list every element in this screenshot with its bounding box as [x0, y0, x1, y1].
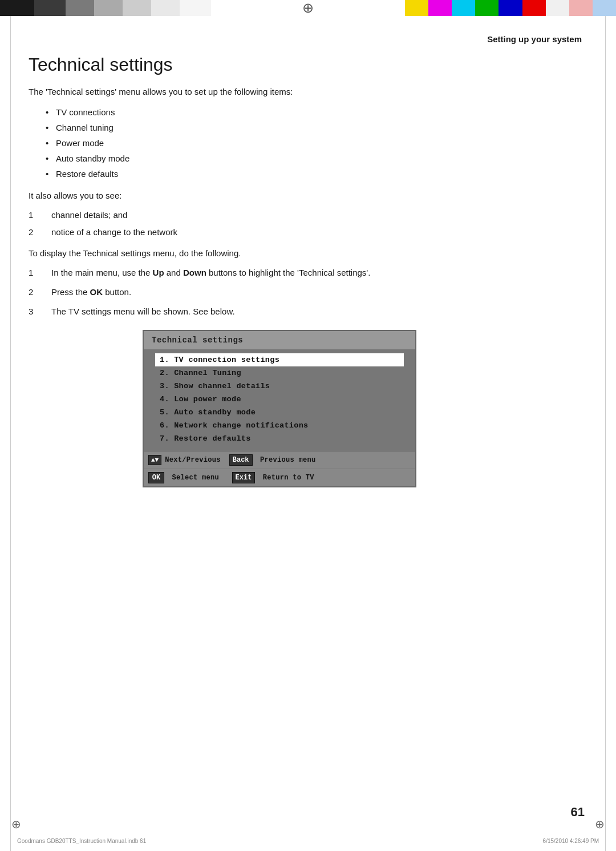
- swatch-black2: [34, 0, 66, 16]
- footer-ok-label: Select menu: [168, 474, 232, 482]
- swatch-magenta: [428, 0, 452, 16]
- menu-item-1: 1. TV connection settings: [155, 353, 404, 366]
- bottom-right-crosshair-icon: ⊕: [595, 817, 605, 831]
- menu-footer-row-2: OK Select menu Exit Return to TV: [144, 469, 415, 486]
- list-item: 1 In the main menu, use the Up and Down …: [29, 266, 587, 280]
- swatch-cyan: [452, 0, 475, 16]
- swatch-red: [522, 0, 546, 16]
- menu-footer: ▲▼ Next/Previous Back Previous menu OK S…: [144, 451, 415, 486]
- top-bar-left-swatches: [0, 0, 211, 16]
- swatch-green: [475, 0, 499, 16]
- list-item: 1 channel details; and: [29, 208, 587, 223]
- tv-menu-screenshot: Technical settings 1. TV connection sett…: [143, 330, 416, 487]
- menu-item-5: 5. Auto standby mode: [155, 406, 404, 419]
- footer-exit-label: Return to TV: [258, 474, 314, 482]
- bullet-list: TV connections Channel tuning Power mode…: [46, 104, 587, 182]
- bold-up: Up: [153, 268, 164, 277]
- instruction-intro: To display the Technical settings menu, …: [29, 247, 587, 260]
- list-item: 2 notice of a change to the network: [29, 225, 587, 240]
- left-border: [10, 0, 11, 851]
- footer-left-text: Goodmans GDB20TTS_Instruction Manual.ind…: [17, 838, 146, 844]
- menu-item-6: 6. Network change notifications: [155, 419, 404, 432]
- top-bar-right-swatches: [405, 0, 616, 16]
- list-item: 3 The TV settings menu will be shown. Se…: [29, 305, 587, 318]
- page-title: Technical settings: [29, 54, 587, 75]
- bold-ok: OK: [90, 287, 103, 297]
- swatch-white2: [180, 0, 211, 16]
- bottom-left-crosshair-icon: ⊕: [11, 817, 21, 831]
- list-item: Channel tuning: [46, 120, 587, 135]
- swatch-white1: [151, 0, 180, 16]
- arrows-button: ▲▼: [148, 455, 161, 465]
- menu-title-bar: Technical settings: [144, 331, 415, 350]
- footer-right-text: 6/15/2010 4:26:49 PM: [543, 838, 599, 844]
- menu-item-3: 3. Show channel details: [155, 380, 404, 393]
- top-bar-center: [211, 0, 405, 16]
- menu-item-7: 7. Restore defaults: [155, 432, 404, 445]
- ok-button: OK: [148, 472, 164, 483]
- swatch-yellow: [405, 0, 428, 16]
- instructions-list: 1 In the main menu, use the Up and Down …: [29, 266, 587, 318]
- section-title: Setting up your system: [487, 34, 582, 44]
- swatch-gray2: [94, 0, 123, 16]
- page-footer: Goodmans GDB20TTS_Instruction Manual.ind…: [0, 838, 616, 844]
- list-item: Power mode: [46, 135, 587, 151]
- swatch-gray3: [123, 0, 151, 16]
- swatch-pink: [569, 0, 593, 16]
- list-item: TV connections: [46, 104, 587, 120]
- list-item: Auto standby mode: [46, 151, 587, 166]
- also-see-text: It also allows you to see:: [29, 189, 587, 203]
- list-item: 2 Press the OK button.: [29, 285, 587, 299]
- swatch-black1: [0, 0, 34, 16]
- footer-back-label: Previous menu: [256, 456, 316, 464]
- menu-footer-row-1: ▲▼ Next/Previous Back Previous menu: [144, 451, 415, 469]
- numbered-list: 1 channel details; and 2 notice of a cha…: [29, 208, 587, 239]
- swatch-ltblue: [593, 0, 616, 16]
- list-item: Restore defaults: [46, 166, 587, 182]
- top-crosshair-icon: [300, 0, 316, 16]
- menu-item-2: 2. Channel Tuning: [155, 366, 404, 380]
- swatch-blue: [499, 0, 522, 16]
- page-number: 61: [571, 805, 585, 820]
- swatch-white2: [546, 0, 569, 16]
- right-border: [605, 0, 606, 851]
- bold-down: Down: [183, 268, 206, 277]
- swatch-gray1: [66, 0, 94, 16]
- menu-items-area: 1. TV connection settings 2. Channel Tun…: [144, 350, 415, 451]
- footer-next-prev-label: Next/Previous: [165, 456, 229, 464]
- back-button: Back: [229, 454, 253, 466]
- intro-text: The 'Technical settings' menu allows you…: [29, 86, 587, 99]
- menu-item-4: 4. Low power mode: [155, 393, 404, 406]
- exit-button: Exit: [232, 472, 256, 483]
- top-color-bar: [0, 0, 616, 16]
- main-content: Setting up your system Technical setting…: [29, 34, 587, 487]
- section-header: Setting up your system: [29, 34, 587, 44]
